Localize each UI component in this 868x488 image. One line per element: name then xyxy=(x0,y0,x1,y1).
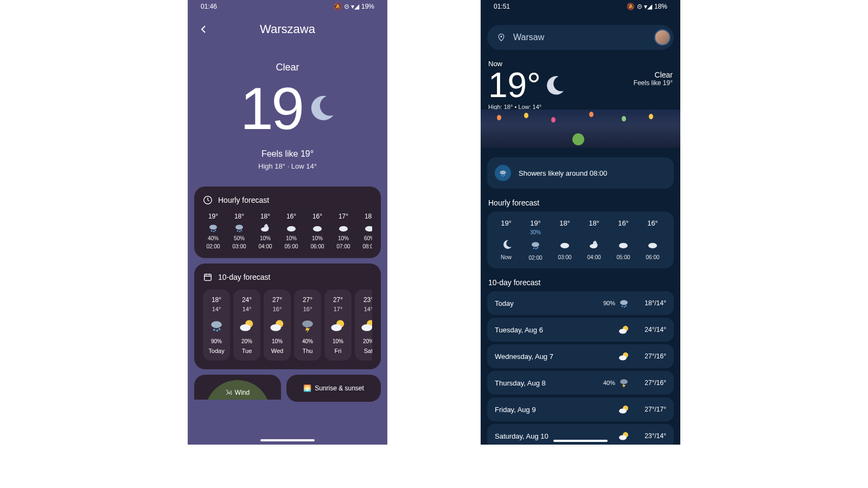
hour-time: 06:00 xyxy=(646,254,659,260)
hour-temp: 18° xyxy=(260,213,270,220)
day-label: Friday, Aug 9 xyxy=(495,406,601,414)
day-row[interactable]: Tuesday, Aug 6 24°/14° xyxy=(487,318,674,342)
sunrise-card[interactable]: 🌅 Sunrise & sunset xyxy=(286,375,381,402)
hour-temp: 18° xyxy=(365,213,372,220)
partly-icon xyxy=(330,318,346,333)
hour-precip: 30% xyxy=(530,229,541,235)
hour-column[interactable]: 19° 40% 02:00 xyxy=(203,213,224,249)
partly-icon xyxy=(618,351,629,362)
day-label: Thursday, Aug 8 xyxy=(495,379,601,387)
scenery-illustration xyxy=(481,110,680,147)
day-column[interactable]: 27° 16° 10% Wed xyxy=(264,290,291,361)
hour-time: 02:00 xyxy=(528,255,542,261)
cloud-icon xyxy=(338,222,349,233)
hour-column[interactable]: 16° 10% 05:00 xyxy=(281,213,302,249)
hour-column[interactable]: 18° 50% 03:00 xyxy=(229,213,250,249)
nav-pill[interactable] xyxy=(260,439,315,441)
search-bar[interactable] xyxy=(487,25,674,50)
nav-pill[interactable] xyxy=(553,440,608,442)
hour-column[interactable]: 16° 06:00 xyxy=(638,219,667,261)
day-row[interactable]: Wednesday, Aug 7 27°/16° xyxy=(487,344,674,368)
day-temps: 23°/14° xyxy=(637,432,666,440)
hour-time: 04:00 xyxy=(258,243,272,249)
hour-time: 06:00 xyxy=(310,243,324,249)
day-row[interactable]: Friday, Aug 9 27°/17° xyxy=(487,397,674,421)
city-title: Warszawa xyxy=(260,22,315,36)
hour-temp: 19° xyxy=(501,219,512,227)
day-row[interactable]: Today 90% 18°/14° xyxy=(487,291,674,315)
day-low: 16° xyxy=(303,306,312,312)
hourly-forecast-card[interactable]: 19° Now 19° 30% 02:00 18° 03:00 18° 04:0… xyxy=(487,211,674,268)
hour-column[interactable]: 18° 04:00 xyxy=(579,219,609,261)
day-column[interactable]: 23° 14° 20% Sat xyxy=(355,290,372,361)
day-label: Today xyxy=(495,299,601,307)
day-column[interactable]: 24° 14° 20% Tue xyxy=(233,290,260,361)
bottom-cards: 🌬 Wind 🌅 Sunrise & sunset xyxy=(188,375,387,402)
day-column[interactable]: 27° 16° 40% Thu xyxy=(294,290,321,361)
status-icons: 🔕 ⊝ ▾◢ xyxy=(334,3,359,10)
moon-icon xyxy=(501,239,512,250)
wind-card[interactable]: 🌬 Wind xyxy=(194,375,281,400)
search-input[interactable] xyxy=(513,33,647,42)
day-row[interactable]: Thursday, Aug 8 40% 27°/16° xyxy=(487,371,674,395)
hour-time: 04:00 xyxy=(587,254,601,260)
hour-temp: 18° xyxy=(559,219,570,227)
rain-icon xyxy=(618,298,629,309)
day-precip: 10% xyxy=(272,338,283,344)
hour-column[interactable]: 18° 03:00 xyxy=(550,219,579,261)
sunrise-icon: 🌅 xyxy=(303,384,311,392)
avatar[interactable] xyxy=(654,29,671,46)
partly-icon xyxy=(618,404,629,415)
feels-like: Feels like 19° xyxy=(188,149,387,159)
day-column[interactable]: 27° 17° 10% Fri xyxy=(324,290,352,361)
now-feels-like: Feels like 19° xyxy=(634,79,673,87)
now-block: Now 19° High: 18° • Low: 14° Clear Feels… xyxy=(481,55,680,147)
daily-forecast-card[interactable]: 10-day forecast 18° 14° 90% Today 24° 14… xyxy=(194,264,381,369)
day-high: 23° xyxy=(363,296,372,304)
status-battery: 19% xyxy=(361,3,374,10)
clock-icon xyxy=(203,195,213,205)
cloud-icon xyxy=(647,239,658,250)
hour-column[interactable]: 18° 60% 08:00 xyxy=(359,213,372,249)
sunrise-label: Sunrise & sunset xyxy=(315,384,364,392)
hour-column[interactable]: 17° 10% 07:00 xyxy=(333,213,354,249)
day-column[interactable]: 18° 14° 90% Today xyxy=(203,290,230,361)
status-time: 01:46 xyxy=(201,3,217,10)
day-precip: 90% xyxy=(211,338,222,344)
cloud-icon xyxy=(559,239,570,250)
hour-temp: 18° xyxy=(234,213,244,220)
hour-column[interactable]: 19° Now xyxy=(492,219,521,261)
hour-precip: 10% xyxy=(338,235,349,241)
rain-icon xyxy=(495,165,511,181)
hourly-title: Hourly forecast xyxy=(481,189,680,211)
hour-temp: 16° xyxy=(286,213,296,220)
back-button[interactable] xyxy=(199,24,209,35)
hour-precip: 60% xyxy=(364,235,372,241)
day-high: 24° xyxy=(242,296,252,304)
status-icons: 🔕 ⊝ ▾◢ xyxy=(627,3,652,10)
hour-column[interactable]: 16° 10% 06:00 xyxy=(307,213,328,249)
moon-icon xyxy=(308,95,335,122)
day-label: Tue xyxy=(242,348,252,354)
day-low: 14° xyxy=(364,306,372,312)
hour-column[interactable]: 19° 30% 02:00 xyxy=(521,219,550,261)
weather-notice[interactable]: Showers likely around 08:00 xyxy=(487,157,674,189)
hour-column[interactable]: 18° 10% 04:00 xyxy=(255,213,276,249)
hour-column[interactable]: 16° 05:00 xyxy=(609,219,638,261)
daily-title: 10-day forecast xyxy=(481,268,680,291)
cloud-moon-icon xyxy=(260,222,271,233)
hour-precip: 10% xyxy=(286,235,297,241)
hour-time: 05:00 xyxy=(616,254,630,260)
wind-label: Wind xyxy=(235,389,250,396)
rain-icon xyxy=(234,222,245,233)
cloud-icon xyxy=(364,222,372,233)
location-pin-icon xyxy=(497,33,506,42)
day-temps: 27°/16° xyxy=(637,352,666,360)
rain-night-icon xyxy=(530,240,541,251)
cloud-icon xyxy=(312,222,323,233)
moon-icon xyxy=(544,75,565,96)
hourly-forecast-card[interactable]: Hourly forecast 19° 40% 02:00 18° 50% 03… xyxy=(194,187,381,258)
hour-temp: 19° xyxy=(530,219,541,227)
day-precip: 40% xyxy=(601,380,615,386)
day-label: Sat xyxy=(364,348,372,354)
